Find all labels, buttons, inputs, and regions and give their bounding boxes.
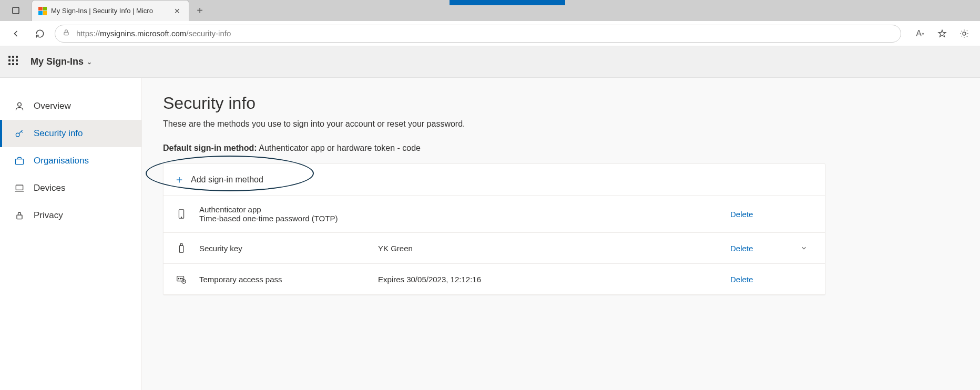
svg-point-14 [180,278,180,279]
sidebar-item-label: Security info [34,128,83,139]
svg-rect-10 [179,245,183,252]
svg-rect-0 [13,7,19,14]
app-launcher-icon[interactable] [8,56,21,68]
app-title-dropdown[interactable]: My Sign-Ins ⌄ [30,56,92,67]
sidebar: Overview Security info Organisations Dev… [0,78,142,390]
svg-point-3 [18,102,22,106]
url-prefix: https:// [76,29,100,38]
methods-panel: ＋ Add sign-in method Authenticator app T… [163,163,825,295]
sidebar-item-privacy[interactable]: Privacy [0,202,141,229]
address-bar-actions: A» [911,24,974,43]
app-title-text: My Sign-Ins [30,56,84,67]
app-header: My Sign-Ins ⌄ [0,46,980,78]
sidebar-item-overview[interactable]: Overview [0,93,141,120]
default-method-line: Default sign-in method: Authenticator ap… [163,143,846,153]
svg-rect-5 [16,159,24,165]
method-row-temp-pass: Temporary access pass Expires 30/05/2023… [164,264,825,294]
browser-chrome: My Sign-Ins | Security Info | Micro ✕ + … [0,0,980,46]
tab-bar: My Sign-Ins | Security Info | Micro ✕ + [0,0,980,21]
add-method-label: Add sign-in method [191,175,263,184]
default-method-label: Default sign-in method: [163,143,257,152]
sidebar-item-security-info[interactable]: Security info [0,120,141,147]
method-row-security-key: Security key YK Green Delete [164,233,825,264]
laptop-icon [14,182,25,194]
key-icon [14,128,25,139]
lock-icon [63,29,70,38]
url-field[interactable]: https://mysignins.microsoft.com/security… [55,25,901,43]
delete-button[interactable]: Delete [730,210,783,219]
add-sign-in-method-button[interactable]: ＋ Add sign-in method [164,164,825,196]
method-title: Authenticator app [199,205,368,214]
method-row-authenticator: Authenticator app Time-based one-time pa… [164,196,825,233]
sidebar-item-label: Organisations [34,156,89,166]
method-name: Authenticator app Time-based one-time pa… [199,205,368,223]
method-title: Temporary access pass [199,275,368,284]
plus-icon: ＋ [174,172,185,187]
default-method-value: Authenticator app or hardware token - co… [259,143,421,152]
microsoft-logo-icon [38,7,47,15]
page-subtitle: These are the methods you use to sign in… [163,119,846,129]
address-bar: https://mysignins.microsoft.com/security… [0,21,980,46]
phone-icon [174,208,189,220]
svg-point-2 [963,32,966,35]
refresh-button[interactable] [30,24,49,43]
extensions-icon[interactable] [955,24,974,43]
svg-point-4 [16,133,19,137]
back-button[interactable] [6,24,25,43]
svg-point-13 [178,278,179,279]
method-detail: YK Green [378,244,720,253]
expand-chevron-icon[interactable] [793,244,814,252]
usb-key-icon [174,242,189,254]
tab-title: My Sign-Ins | Security Info | Micro [51,7,153,15]
sidebar-item-label: Privacy [34,210,63,221]
svg-rect-1 [64,32,68,35]
method-name: Temporary access pass [199,275,368,284]
url-path: /security-info [186,29,231,38]
sidebar-item-label: Devices [34,183,65,193]
sidebar-item-organisations[interactable]: Organisations [0,147,141,175]
delete-button[interactable]: Delete [730,244,783,253]
url-text: https://mysignins.microsoft.com/security… [76,29,231,38]
read-aloud-icon[interactable]: A» [911,24,930,43]
chevron-down-icon: ⌄ [87,58,92,66]
method-name: Security key [199,244,368,253]
main-content: Security info These are the methods you … [142,78,980,390]
svg-rect-7 [17,215,22,219]
browser-tab-active[interactable]: My Sign-Ins | Security Info | Micro ✕ [32,0,189,21]
method-subtitle: Time-based one-time password (TOTP) [199,214,368,223]
method-detail: Expires 30/05/2023, 12:12:16 [378,275,720,284]
tab-collections-icon[interactable] [0,0,32,21]
method-title: Security key [199,244,368,253]
url-host: mysignins.microsoft.com [100,29,186,38]
svg-rect-6 [16,185,23,190]
page-title: Security info [163,94,846,113]
favorite-icon[interactable] [933,24,952,43]
close-tab-icon[interactable]: ✕ [172,6,182,16]
sidebar-item-devices[interactable]: Devices [0,175,141,202]
delete-button[interactable]: Delete [730,275,783,284]
workspace: Overview Security info Organisations Dev… [0,78,980,390]
person-icon [14,100,25,112]
annotation-ellipse [146,156,314,191]
svg-point-15 [182,278,182,279]
sidebar-item-label: Overview [34,101,71,111]
temp-pass-icon [174,273,189,285]
svg-rect-11 [180,244,182,246]
svg-point-9 [181,217,181,218]
briefcase-icon [14,155,25,167]
window-accent-bar [450,0,565,5]
new-tab-button[interactable]: + [189,0,210,21]
lock-icon [14,210,25,221]
